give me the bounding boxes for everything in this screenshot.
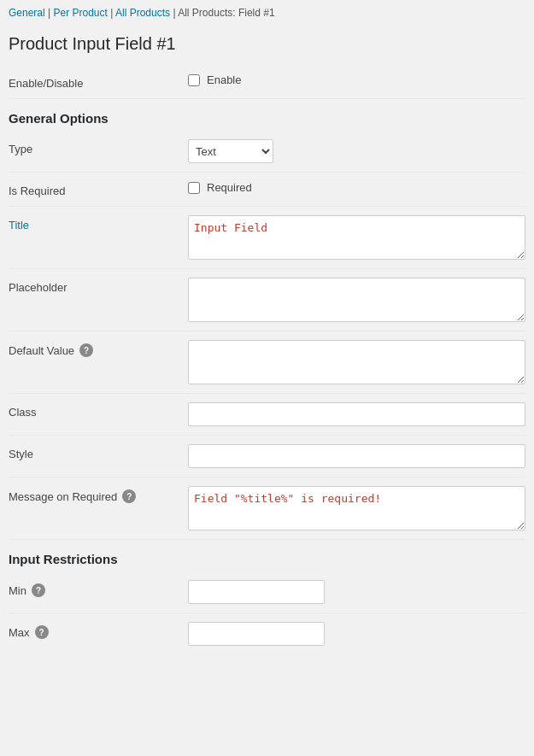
breadcrumb-current: All Products: Field #1 [178, 7, 274, 19]
default-value-input[interactable] [188, 340, 525, 384]
message-on-required-input[interactable]: Field "%title%" is required! [188, 486, 525, 530]
breadcrumb-per-product[interactable]: Per Product [54, 7, 108, 19]
message-on-required-row: Message on Required ? Field "%title%" is… [9, 478, 525, 540]
max-label: Max [9, 626, 30, 639]
breadcrumb-all-products[interactable]: All Products [115, 7, 170, 19]
class-label: Class [9, 406, 37, 419]
page-title: Product Input Field #1 [0, 26, 534, 65]
placeholder-row: Placeholder [9, 269, 525, 331]
type-row: Type Text Textarea Select Checkbox Radio… [9, 131, 525, 173]
is-required-row: Is Required Required [9, 173, 525, 207]
enable-checkbox[interactable] [188, 74, 200, 86]
breadcrumb-general[interactable]: General [9, 7, 45, 19]
required-checkbox-label[interactable]: Required [207, 181, 252, 194]
style-input[interactable] [188, 444, 525, 468]
style-label: Style [9, 448, 33, 460]
general-options-heading: General Options [9, 99, 525, 131]
required-checkbox[interactable] [188, 182, 200, 194]
type-label: Type [9, 143, 32, 155]
enable-disable-label: Enable/Disable [9, 77, 83, 90]
placeholder-input[interactable] [188, 278, 525, 322]
max-help-icon[interactable]: ? [35, 625, 49, 639]
min-help-icon[interactable]: ? [32, 583, 45, 597]
style-row: Style [9, 436, 525, 478]
message-on-required-label: Message on Required [9, 490, 117, 503]
default-value-label: Default Value [9, 344, 74, 357]
form-container: Enable/Disable Enable General Options Ty… [0, 65, 534, 654]
default-value-row: Default Value ? [9, 331, 525, 394]
max-input[interactable] [188, 622, 325, 646]
min-label: Min [9, 584, 26, 597]
placeholder-label: Placeholder [9, 281, 67, 294]
title-label: Title [9, 219, 29, 231]
type-select[interactable]: Text Textarea Select Checkbox Radio Date [188, 139, 273, 163]
input-restrictions-heading: Input Restrictions [9, 540, 525, 571]
class-input[interactable] [188, 402, 525, 426]
max-row: Max ? [9, 613, 525, 654]
title-input[interactable]: Input Field [188, 215, 525, 260]
min-row: Min ? [9, 571, 525, 613]
min-input[interactable] [188, 580, 325, 604]
class-row: Class [9, 394, 525, 436]
message-on-required-help-icon[interactable]: ? [122, 489, 136, 503]
is-required-label: Is Required [9, 185, 65, 197]
default-value-help-icon[interactable]: ? [79, 343, 93, 357]
enable-disable-row: Enable/Disable Enable [9, 65, 525, 99]
enable-checkbox-label[interactable]: Enable [207, 73, 241, 86]
title-row: Title Input Field [9, 207, 525, 269]
breadcrumb: General | Per Product | All Products | A… [0, 0, 534, 26]
